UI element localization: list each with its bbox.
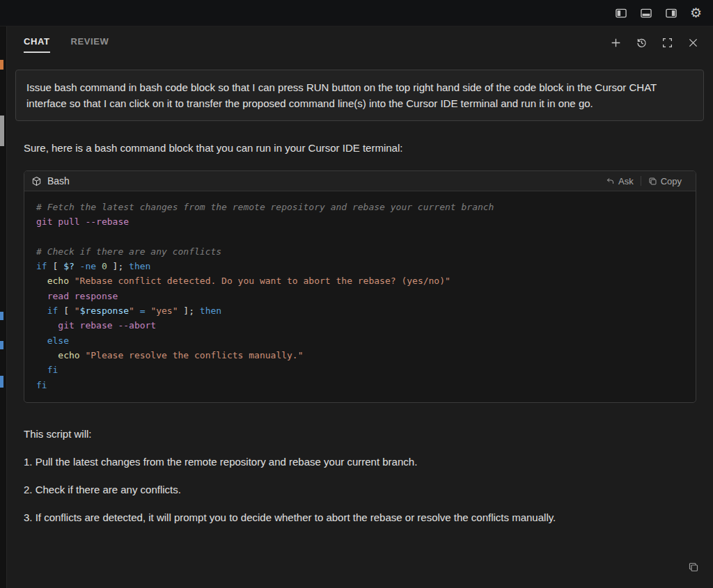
edge-mark-blue-2 (0, 341, 3, 349)
assistant-outro-heading: This script will: (24, 428, 696, 440)
code-language-text: Bash (47, 175, 70, 186)
tab-review[interactable]: REVIEW (71, 32, 109, 53)
ask-button[interactable]: Ask (599, 176, 641, 186)
code-line: fi (36, 363, 684, 377)
code-content[interactable]: # Fetch the latest changes from the remo… (24, 191, 696, 402)
window-titlebar: ⚙ (0, 0, 713, 26)
code-line (36, 230, 684, 244)
code-line: if [ "$response" = "yes" ]; then (36, 303, 684, 318)
code-line: echo "Rebase conflict detected. Do you w… (36, 273, 684, 288)
copy-button[interactable]: Copy (641, 176, 689, 186)
code-line: if [ $? -ne 0 ]; then (36, 259, 684, 273)
code-language-label: Bash (31, 175, 70, 186)
cube-icon (31, 176, 42, 186)
tab-chat[interactable]: CHAT (24, 32, 50, 53)
copy-button-label: Copy (661, 176, 682, 186)
edge-mark-gray (0, 116, 4, 146)
user-message[interactable]: Issue bash command in bash code block so… (15, 70, 704, 121)
explanation-item-2: 2. Check if there are any conflicts. (24, 484, 696, 495)
edge-mark-orange (0, 60, 3, 70)
toggle-secondary-sidebar-icon[interactable] (665, 7, 677, 19)
history-icon[interactable] (635, 36, 648, 49)
edge-mark-blue-3 (0, 376, 3, 388)
code-line: fi (36, 378, 684, 392)
code-line: # Fetch the latest changes from the remo… (36, 200, 684, 214)
explanation-item-1: 1. Pull the latest changes from the remo… (24, 456, 696, 468)
expand-editor-icon[interactable] (661, 36, 673, 49)
editor-edge-strip (0, 26, 7, 588)
toggle-primary-sidebar-icon[interactable] (615, 7, 627, 19)
code-block: Bash Ask Copy (24, 170, 696, 403)
ask-button-label: Ask (618, 176, 634, 186)
close-icon[interactable] (687, 36, 699, 49)
chat-panel: CHAT REVIEW (7, 26, 713, 588)
assistant-intro-text: Sure, here is a bash command block that … (24, 142, 696, 154)
code-block-header: Bash Ask Copy (24, 171, 696, 191)
copy-message-icon[interactable] (688, 562, 699, 573)
code-line: # Check if there are any conflicts (36, 244, 684, 259)
code-line: read response (36, 289, 684, 303)
explanation-item-3: 3. If conflicts are detected, it will pr… (24, 511, 696, 523)
code-line: git pull --rebase (36, 214, 684, 229)
edge-mark-blue-1 (0, 312, 3, 320)
chat-tabbar: CHAT REVIEW (7, 26, 713, 58)
toggle-panel-icon[interactable] (640, 7, 652, 19)
reply-arrow-icon (606, 177, 615, 186)
chat-toolbar (609, 36, 699, 49)
code-line: else (36, 333, 684, 348)
settings-gear-icon[interactable]: ⚙ (690, 6, 702, 19)
copy-icon (648, 177, 657, 186)
code-line: git rebase --abort (36, 318, 684, 333)
code-line: echo "Please resolve the conflicts manua… (36, 348, 684, 363)
code-block-actions: Ask Copy (599, 176, 689, 186)
new-chat-button[interactable] (609, 36, 622, 49)
